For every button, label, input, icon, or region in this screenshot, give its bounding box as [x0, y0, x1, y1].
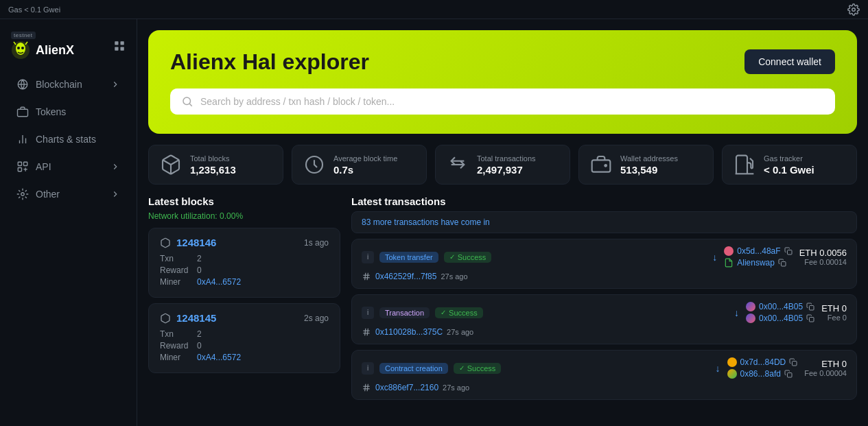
tx-eth-value: ETH 0: [821, 303, 847, 313]
svg-rect-13: [18, 109, 28, 117]
top-bar: Gas < 0.1 Gwei: [0, 0, 868, 19]
tx-eth-block: ETH 0 Fee 0: [821, 303, 847, 322]
content-area: Alienx Hal explorer Connect wallet Total…: [137, 19, 868, 426]
copy-icon[interactable]: [806, 314, 814, 322]
wallet-icon: [590, 154, 612, 176]
tx-age: 27s ago: [441, 272, 467, 281]
svg-point-3: [17, 47, 20, 49]
sidebar-logo: testnet AlienX: [0, 25, 137, 71]
sidebar-item-label: API: [36, 161, 51, 172]
addr-dot-from: [724, 246, 734, 256]
block-card-1: 1248145 2s ago Txn 2 Reward 0 Miner 0: [148, 303, 340, 373]
tx-hash[interactable]: 0xc886ef7...2160: [375, 383, 438, 392]
svg-line-42: [367, 329, 368, 336]
clock-icon: [303, 154, 325, 176]
tx-info-icon: i: [362, 362, 374, 375]
stat-avg-block-time: Average block time 0.7s: [292, 145, 427, 185]
tx-card-0: i Token transfer Success ↓ 0x5d...48aF: [351, 239, 857, 289]
svg-rect-37: [810, 306, 814, 311]
block-reward: 0: [197, 341, 202, 351]
stat-value: 1,235,613: [190, 164, 236, 176]
transfer-icon: [447, 154, 469, 176]
tx-to-addr[interactable]: 0x86...8afd: [740, 369, 781, 379]
latest-blocks-col: Latest blocks Network utilization: 0.00%…: [148, 196, 340, 405]
tx-from-addr[interactable]: 0x5d...48aF: [737, 246, 780, 256]
tx-from-addr[interactable]: 0x00...4B05: [759, 302, 803, 311]
sidebar-item-label: Other: [36, 189, 60, 200]
svg-rect-8: [121, 41, 124, 45]
tx-hash[interactable]: 0x110028b...375C: [375, 327, 443, 337]
tx-status-badge: Success: [435, 307, 483, 318]
tx-card-1: i Transaction Success ↓ 0x00...4B05: [351, 294, 857, 344]
stat-value: 2,497,937: [477, 164, 536, 176]
tx-to-addr[interactable]: 0x00...4B05: [759, 313, 803, 323]
sidebar-item-blockchain[interactable]: Blockchain: [5, 71, 131, 97]
copy-icon[interactable]: [778, 259, 786, 267]
block-card-0: 1248146 1s ago Txn 2 Reward 0 Miner 0: [148, 228, 340, 298]
two-col-layout: Latest blocks Network utilization: 0.00%…: [148, 196, 857, 405]
svg-rect-38: [810, 318, 814, 322]
copy-icon[interactable]: [784, 247, 793, 255]
sidebar-item-api[interactable]: API: [5, 154, 131, 180]
block-age: 1s ago: [304, 238, 329, 248]
block-miner[interactable]: 0xA4...6572: [197, 277, 241, 287]
contract-icon: [724, 258, 734, 268]
search-icon: [181, 95, 193, 108]
addr-dot-from: [727, 357, 737, 367]
addr-dot-to: [746, 313, 755, 323]
chevron-right-icon: [110, 162, 120, 171]
notif-banner: 83 more transactions have come in: [351, 211, 857, 233]
hero-title: Alienx Hal explorer: [170, 49, 835, 75]
svg-rect-18: [24, 162, 27, 165]
tx-from-addr[interactable]: 0x7d...84DD: [740, 357, 786, 367]
tx-arrow-icon: ↓: [734, 307, 739, 318]
svg-rect-19: [18, 168, 21, 171]
block-number[interactable]: 1248146: [176, 237, 216, 248]
stat-label: Gas tracker: [764, 154, 814, 163]
svg-rect-43: [793, 362, 797, 366]
tx-info-icon: i: [362, 307, 374, 319]
chart-icon: [16, 133, 29, 145]
sidebar: testnet AlienX: [0, 19, 137, 426]
search-input[interactable]: [200, 96, 824, 107]
svg-rect-44: [787, 373, 792, 378]
copy-icon[interactable]: [784, 370, 793, 378]
svg-point-22: [21, 193, 25, 196]
addr-dot-to: [727, 369, 737, 379]
stats-row: Total blocks 1,235,613 Average block tim…: [148, 145, 857, 185]
chevron-right-icon: [110, 80, 120, 89]
sidebar-item-tokens[interactable]: Tokens: [5, 99, 131, 125]
notif-link[interactable]: 83 more transactions have come in: [362, 217, 490, 227]
tx-hash[interactable]: 0x462529f...7f85: [375, 272, 436, 281]
connect-wallet-button[interactable]: Connect wallet: [744, 49, 835, 74]
block-miner[interactable]: 0xA4...6572: [197, 353, 241, 362]
latest-transactions-col: Latest transactions 83 more transactions…: [351, 196, 857, 405]
sidebar-item-charts[interactable]: Charts & stats: [5, 126, 131, 152]
svg-point-29: [605, 165, 607, 167]
tx-to-label[interactable]: Alienswap: [737, 258, 775, 268]
svg-rect-9: [115, 47, 118, 50]
tx-arrow-icon: ↓: [712, 252, 717, 263]
token-icon: [16, 106, 29, 118]
gas-icon: [734, 154, 755, 176]
svg-line-24: [189, 104, 191, 106]
latest-blocks-heading: Latest blocks: [148, 196, 340, 207]
svg-line-48: [367, 384, 368, 392]
tx-type-badge: Token transfer: [379, 252, 438, 263]
tx-fee: Fee 0: [821, 313, 847, 322]
hash-icon: [362, 272, 371, 281]
tx-type-badge: Transaction: [379, 307, 430, 318]
copy-icon[interactable]: [789, 358, 797, 366]
tx-info-icon: i: [362, 251, 374, 263]
stat-value: < 0.1 Gwei: [764, 164, 814, 176]
grid-icon[interactable]: [113, 40, 126, 52]
network-utilization: Network utilization: 0.00%: [148, 211, 340, 221]
tx-fee: Fee 0.00014: [799, 258, 847, 266]
sidebar-item-other[interactable]: Other: [5, 181, 131, 207]
block-number[interactable]: 1248145: [176, 312, 216, 324]
settings-icon[interactable]: [847, 3, 860, 16]
block-age: 2s ago: [304, 313, 329, 323]
copy-icon[interactable]: [806, 303, 814, 311]
svg-line-36: [367, 273, 368, 281]
tx-eth-value: ETH 0.0056: [799, 248, 847, 258]
